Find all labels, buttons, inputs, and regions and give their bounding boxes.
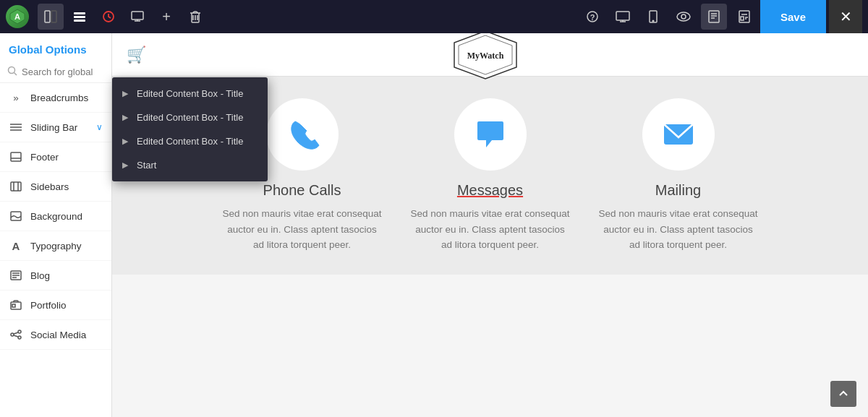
toolbar: A + bbox=[0, 0, 868, 33]
svg-rect-39 bbox=[11, 182, 21, 191]
sidebar-item-sliding-bar[interactable]: Sliding Bar ∨ bbox=[0, 113, 111, 142]
delete-icon[interactable] bbox=[182, 4, 208, 30]
main-area: Global Options » Breadcrumbs bbox=[0, 33, 868, 417]
svg-point-49 bbox=[11, 333, 14, 336]
sidebar-item-label: Footer bbox=[30, 152, 103, 163]
dropdown-item-start[interactable]: ▶ Start bbox=[112, 153, 268, 177]
svg-point-22 bbox=[681, 14, 686, 19]
sidebar-item-portfolio[interactable]: Portfolio bbox=[0, 291, 111, 320]
svg-point-32 bbox=[9, 67, 15, 74]
svg-rect-5 bbox=[74, 16, 85, 18]
logo[interactable]: A bbox=[6, 5, 29, 28]
portfolio-icon bbox=[9, 298, 23, 312]
sidebar-item-label: Blog bbox=[30, 270, 103, 281]
svg-rect-48 bbox=[12, 304, 15, 307]
search-input[interactable] bbox=[22, 66, 104, 77]
sidebar-item-background[interactable]: Background bbox=[0, 202, 111, 231]
svg-rect-3 bbox=[51, 11, 56, 22]
sidebar-item-typography[interactable]: A Typography bbox=[0, 231, 111, 261]
dropdown-item-label: Start bbox=[137, 160, 156, 171]
svg-point-20 bbox=[652, 20, 654, 22]
chevron-down-icon: ∨ bbox=[96, 122, 103, 132]
feature-title-mailing: Mailing bbox=[655, 182, 701, 199]
feature-title-phone: Phone Calls bbox=[263, 182, 341, 199]
sliding-bar-icon bbox=[9, 120, 23, 134]
svg-point-51 bbox=[18, 336, 21, 339]
feature-desc-phone: Sed non mauris vitae erat consequat auct… bbox=[223, 206, 382, 253]
sidebar-item-blog[interactable]: Blog bbox=[0, 261, 111, 291]
layers-icon[interactable] bbox=[67, 4, 93, 30]
footer-icon bbox=[9, 150, 23, 164]
sidebar: Global Options » Breadcrumbs bbox=[0, 33, 112, 417]
svg-text:?: ? bbox=[590, 13, 595, 22]
cart-icon[interactable]: 🛒 bbox=[127, 46, 146, 64]
svg-point-21 bbox=[677, 12, 690, 21]
history-icon[interactable] bbox=[95, 4, 122, 30]
page-settings-icon[interactable] bbox=[701, 4, 727, 30]
template-icon[interactable] bbox=[731, 4, 757, 30]
svg-rect-8 bbox=[132, 12, 143, 20]
sidebar-title: Global Options bbox=[0, 33, 111, 61]
sidebar-item-label: Social Media bbox=[30, 330, 103, 340]
dropdown-arrow-icon: ▶ bbox=[122, 137, 128, 146]
sidebar-item-footer[interactable]: Footer bbox=[0, 142, 111, 172]
sidebar-item-label: Typography bbox=[30, 241, 103, 252]
save-button[interactable]: Save bbox=[760, 0, 826, 33]
dropdown-arrow-icon: ▶ bbox=[122, 113, 128, 122]
phone-icon-circle bbox=[266, 98, 339, 171]
page-header: 🛒 MyWatch bbox=[112, 33, 868, 77]
svg-text:A: A bbox=[14, 12, 20, 21]
close-button[interactable]: ✕ bbox=[829, 0, 862, 33]
svg-rect-29 bbox=[741, 17, 744, 20]
svg-rect-4 bbox=[74, 12, 85, 14]
mailing-icon-circle bbox=[642, 98, 715, 171]
svg-line-53 bbox=[14, 335, 18, 337]
messages-icon-circle bbox=[454, 98, 527, 171]
add-icon[interactable]: + bbox=[153, 4, 179, 30]
svg-rect-16 bbox=[616, 12, 629, 20]
sidebar-item-label: Breadcrumbs bbox=[30, 93, 103, 103]
panel-toggle-icon[interactable] bbox=[38, 4, 64, 30]
site-logo: MyWatch bbox=[453, 33, 518, 80]
preview-icon[interactable] bbox=[671, 4, 697, 30]
sidebar-item-sidebars[interactable]: Sidebars bbox=[0, 172, 111, 202]
feature-card-messages: Messages Sed non mauris vitae erat conse… bbox=[411, 98, 570, 253]
svg-rect-23 bbox=[709, 11, 719, 22]
display-icon[interactable] bbox=[124, 4, 150, 30]
tablet-view-icon[interactable] bbox=[640, 4, 666, 30]
dropdown-arrow-icon: ▶ bbox=[122, 160, 128, 170]
sidebar-item-label: Sidebars bbox=[30, 181, 103, 192]
dropdown-item-label: Edited Content Box - Title bbox=[137, 136, 243, 147]
typography-icon: A bbox=[9, 238, 23, 253]
feature-title-messages: Messages bbox=[457, 182, 523, 199]
svg-line-33 bbox=[14, 73, 17, 76]
sidebar-item-label: Sliding Bar bbox=[30, 122, 89, 133]
dropdown-item-label: Edited Content Box - Title bbox=[137, 112, 243, 123]
breadcrumbs-icon: » bbox=[9, 90, 23, 105]
blog-icon bbox=[9, 268, 23, 283]
dropdown-item-2[interactable]: ▶ Edited Content Box - Title bbox=[112, 106, 268, 129]
svg-point-50 bbox=[18, 330, 21, 333]
feature-desc-messages: Sed non mauris vitae erat consequat auct… bbox=[411, 206, 570, 253]
social-media-icon bbox=[9, 327, 23, 342]
sidebar-item-social-media[interactable]: Social Media bbox=[0, 320, 111, 350]
help-icon[interactable]: ? bbox=[579, 4, 605, 30]
sidebar-item-label: Background bbox=[30, 211, 103, 222]
feature-card-mailing: Mailing Sed non mauris vitae erat conseq… bbox=[599, 98, 758, 253]
sidebar-search-container bbox=[0, 61, 111, 83]
feature-desc-mailing: Sed non mauris vitae erat consequat auct… bbox=[599, 206, 758, 253]
search-icon bbox=[7, 66, 17, 78]
dropdown-item-1[interactable]: ▶ Edited Content Box - Title bbox=[112, 82, 268, 106]
svg-rect-6 bbox=[74, 20, 85, 22]
dropdown-item-3[interactable]: ▶ Edited Content Box - Title bbox=[112, 129, 268, 153]
svg-text:MyWatch: MyWatch bbox=[467, 51, 504, 61]
scroll-top-button[interactable] bbox=[830, 381, 856, 407]
desktop-view-icon[interactable] bbox=[610, 4, 636, 30]
dropdown-arrow-icon: ▶ bbox=[122, 89, 128, 98]
svg-rect-37 bbox=[11, 152, 21, 161]
sidebar-item-label: Portfolio bbox=[30, 300, 103, 311]
sidebars-icon bbox=[9, 179, 23, 194]
svg-rect-2 bbox=[45, 11, 50, 22]
background-icon bbox=[9, 209, 23, 223]
sidebar-item-breadcrumbs[interactable]: » Breadcrumbs bbox=[0, 83, 111, 113]
